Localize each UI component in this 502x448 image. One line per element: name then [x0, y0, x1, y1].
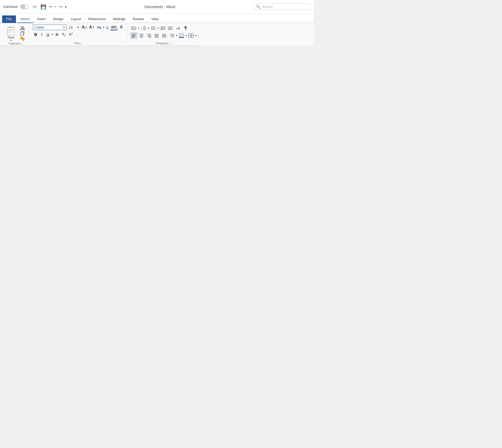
svg-rect-1	[8, 28, 14, 35]
tab-insert[interactable]: Insert	[33, 15, 49, 23]
justify-button[interactable]	[153, 32, 160, 39]
toggle-knob	[25, 5, 29, 9]
subscript-button[interactable]: X2	[61, 32, 67, 37]
svg-text:3: 3	[141, 29, 142, 30]
multilevel-list-dropdown[interactable]: ▾	[157, 27, 159, 30]
font-controls: Calibri ▾ 11 ▾ A▲ A▼ Aa ▾ A abc A B	[33, 24, 124, 37]
sort-button[interactable]: ↕A	[175, 25, 181, 31]
svg-rect-3	[9, 31, 13, 31]
search-label: Search	[262, 5, 273, 9]
font-label: Font	[74, 42, 79, 45]
font-group: Calibri ▾ 11 ▾ A▲ A▼ Aa ▾ A abc A B	[30, 24, 127, 45]
format-painter-button[interactable]	[19, 37, 26, 42]
font-name-dropdown-icon[interactable]: ▾	[63, 26, 65, 29]
autosave-area: AutoSave Off	[3, 4, 36, 9]
highlight-button[interactable]: A	[119, 24, 124, 30]
font-expand[interactable]: ⬚	[80, 42, 82, 45]
search-icon: 🔍	[256, 5, 260, 9]
autosave-label: AutoSave	[3, 5, 18, 9]
line-spacing-button[interactable]	[168, 32, 175, 39]
cut-button[interactable]	[19, 25, 26, 30]
tab-home[interactable]: Home	[17, 15, 33, 23]
paste-icon	[6, 26, 16, 36]
clipboard-label: Clipboard	[9, 42, 20, 45]
underline-dropdown[interactable]: ▾	[52, 33, 53, 36]
numbered-list-dropdown[interactable]: ▾	[148, 27, 149, 30]
autosave-toggle[interactable]	[20, 4, 29, 9]
tab-view[interactable]: View	[147, 15, 162, 23]
shading-button[interactable]	[178, 32, 185, 39]
customize-icon[interactable]: ▾	[65, 5, 67, 9]
tab-review[interactable]: Review	[129, 15, 148, 23]
clipboard-small-buttons	[19, 25, 26, 42]
font-color-button[interactable]: abc	[110, 24, 118, 30]
numbered-list-button[interactable]: 1 2 3	[140, 25, 147, 31]
paragraph-group: ▾ 1 2 3 ▾	[127, 24, 200, 45]
paragraph-align-row: ≡ ▾	[130, 32, 197, 39]
undo-icon[interactable]: ↩	[49, 4, 52, 9]
svg-rect-61	[179, 33, 184, 37]
align-right-button[interactable]	[146, 32, 152, 39]
bullet-list-button[interactable]	[130, 25, 137, 31]
superscript-button[interactable]: X2	[68, 32, 74, 37]
clipboard-buttons: Paste ▾	[5, 24, 26, 42]
increase-font-button[interactable]: A▲	[81, 24, 88, 30]
paragraph-expand[interactable]: ⬚	[169, 42, 171, 45]
borders-button[interactable]	[188, 32, 195, 39]
bold-button[interactable]: B	[33, 31, 39, 37]
ribbon-tabs: File Home Insert Design Layout Reference…	[0, 14, 314, 23]
svg-text:≡: ≡	[165, 36, 166, 38]
align-left-button[interactable]	[130, 32, 137, 39]
undo-dropdown-icon[interactable]: ▾	[55, 5, 56, 8]
tab-mailings[interactable]: Mailings	[109, 15, 129, 23]
tab-layout[interactable]: Layout	[67, 15, 85, 23]
italic-button[interactable]: I	[40, 31, 44, 37]
font-dropdown-area: Myriad Arabic أيجد هوز Myriad Hebrew אבג…	[0, 46, 314, 46]
svg-rect-62	[179, 37, 184, 38]
paste-dropdown[interactable]: ▾	[10, 39, 12, 42]
underline-button[interactable]: U	[45, 31, 51, 37]
svg-rect-10	[21, 32, 23, 36]
svg-rect-4	[9, 32, 12, 32]
distributed-button[interactable]: ≡	[161, 32, 168, 39]
svg-rect-12	[22, 38, 24, 39]
title-bar: AutoSave Off 💾 ↩ ▾ ↪ ▾ Document1 - Word …	[0, 0, 314, 14]
font-size-selector[interactable]: 11 ▾	[68, 25, 80, 30]
font-name-row: Calibri ▾ 11 ▾ A▲ A▼ Aa ▾ A abc A	[33, 24, 124, 30]
svg-point-19	[132, 29, 133, 30]
font-format-row: B I U ▾ S X2 X2	[33, 31, 124, 37]
font-size-value: 11	[69, 25, 73, 29]
paste-button[interactable]: Paste ▾	[5, 25, 17, 42]
toolbar-icons: 💾 ↩ ▾ ↪ ▾	[41, 4, 67, 10]
show-marks-button[interactable]: ¶	[182, 25, 189, 31]
svg-rect-2	[9, 29, 13, 30]
bullet-list-dropdown[interactable]: ▾	[138, 27, 139, 30]
search-box[interactable]: 🔍 Search	[253, 3, 311, 10]
align-center-button[interactable]	[138, 32, 145, 39]
font-size-dropdown-icon[interactable]: ▾	[77, 26, 79, 29]
toggle-state: Off	[32, 5, 36, 8]
line-spacing-dropdown[interactable]: ▾	[176, 34, 177, 37]
increase-indent-button[interactable]	[167, 25, 174, 31]
clipboard-group: Paste ▾	[2, 24, 30, 45]
font-name-value: Calibri	[35, 25, 44, 29]
borders-dropdown[interactable]: ▾	[195, 34, 197, 37]
paragraph-list-row: ▾ 1 2 3 ▾	[130, 25, 197, 31]
change-case-button[interactable]: Aa	[96, 25, 102, 30]
change-case-dropdown[interactable]: ▾	[103, 26, 104, 29]
multilevel-list-button[interactable]	[150, 25, 157, 31]
svg-point-18	[132, 28, 133, 29]
clipboard-expand[interactable]: ⬚	[20, 42, 23, 45]
text-effects-button[interactable]: A	[105, 25, 109, 30]
tab-design[interactable]: Design	[49, 15, 67, 23]
tab-references[interactable]: References	[85, 15, 109, 23]
tab-file[interactable]: File	[2, 15, 16, 23]
save-icon[interactable]: 💾	[41, 4, 46, 10]
decrease-indent-button[interactable]	[159, 25, 166, 31]
strikethrough-button[interactable]: S	[54, 32, 60, 37]
shading-dropdown[interactable]: ▾	[186, 34, 187, 37]
font-name-selector[interactable]: Calibri ▾	[33, 25, 67, 30]
copy-button[interactable]	[19, 31, 26, 36]
redo-icon[interactable]: ↪	[59, 4, 62, 9]
decrease-font-button[interactable]: A▼	[89, 24, 95, 30]
